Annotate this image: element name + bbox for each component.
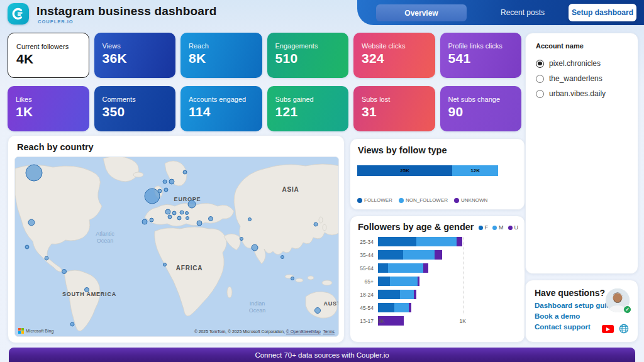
reach-bubble-24[interactable] — [209, 217, 213, 221]
followers-bars — [378, 263, 517, 273]
reach-bubble-27[interactable] — [252, 244, 258, 251]
kpi-card-current-followers[interactable]: Current followers4K — [8, 33, 89, 78]
kpi-card-accounts-engaged[interactable]: Accounts engaged114 — [180, 86, 262, 131]
reach-bubble-26[interactable] — [240, 238, 243, 241]
tab-overview[interactable]: Overview — [376, 4, 467, 21]
reach-bubble-18[interactable] — [186, 212, 189, 215]
reach-bubble-19[interactable] — [168, 215, 172, 219]
kpi-card-website-clicks[interactable]: Website clicks324 — [353, 33, 435, 78]
reach-bubble-28[interactable] — [314, 222, 318, 226]
followers-seg-u[interactable] — [423, 263, 428, 273]
legend-unknown[interactable]: UNKNOWN — [454, 197, 487, 203]
kpi-card-label: Likes — [16, 96, 81, 103]
fol-legend-m[interactable]: M — [492, 224, 504, 231]
reach-bubble-6[interactable] — [70, 322, 74, 326]
followers-seg-m[interactable] — [416, 237, 457, 246]
tab-recent-posts[interactable]: Recent posts — [482, 0, 564, 25]
followers-seg-u[interactable] — [409, 303, 411, 312]
reach-bubble-9[interactable] — [145, 189, 160, 204]
legend-follower[interactable]: FOLLOWER — [357, 197, 392, 203]
kpi-card-likes[interactable]: Likes1K — [8, 86, 89, 131]
kpi-card-comments[interactable]: Comments350 — [94, 86, 176, 131]
radio-selected-icon[interactable] — [536, 60, 544, 68]
radio-icon[interactable] — [536, 75, 544, 83]
osm-link[interactable]: © OpenStreetMap — [286, 329, 321, 334]
views-segment-follower[interactable]: 25K — [357, 165, 452, 176]
account-option-label: urban.vibes.daily — [549, 89, 606, 98]
reach-bubble-2[interactable] — [25, 245, 29, 249]
followers-seg-m[interactable] — [403, 250, 435, 260]
reach-bubble-29[interactable] — [281, 256, 284, 259]
reach-bubble-31[interactable] — [291, 277, 294, 280]
followers-seg-u[interactable] — [457, 237, 462, 246]
kpi-card-reach[interactable]: Reach8K — [180, 33, 262, 78]
reach-bubble-0[interactable] — [26, 165, 42, 181]
kpi-card-label: Comments — [103, 96, 168, 103]
kpi-card-views[interactable]: Views36K — [94, 33, 176, 78]
kpi-card-net-subs-change[interactable]: Net subs change90 — [440, 86, 522, 131]
kpi-card-value: 350 — [103, 104, 168, 119]
account-option-the-wanderlens[interactable]: the_wanderlens — [536, 71, 631, 86]
followers-seg-m[interactable] — [388, 263, 423, 273]
reach-bubble-17[interactable] — [180, 211, 184, 214]
kpi-card-engagements[interactable]: Engagements510 — [267, 33, 349, 78]
reach-bubble-15[interactable] — [165, 209, 170, 214]
followers-seg-u[interactable] — [418, 277, 419, 286]
map-label-south-america: SOUTH AMERICA — [62, 291, 116, 297]
reach-bubble-22[interactable] — [188, 200, 196, 208]
reach-bubble-16[interactable] — [172, 211, 176, 215]
reach-bubble-14[interactable] — [164, 188, 168, 192]
followers-seg-m[interactable] — [390, 277, 418, 286]
reach-bubble-3[interactable] — [45, 256, 48, 260]
reach-bubble-5[interactable] — [85, 288, 89, 292]
followers-seg-f[interactable] — [378, 290, 400, 299]
reach-bubble-10[interactable] — [158, 189, 162, 193]
reach-bubble-25[interactable] — [248, 218, 252, 221]
setup-dashboard-button[interactable]: Setup dashboard — [569, 4, 636, 21]
followers-seg-f[interactable] — [378, 237, 416, 246]
link-book-a-demo[interactable]: Book a demo — [535, 312, 580, 320]
kpi-card-profile-links-clicks[interactable]: Profile links clicks541 — [440, 33, 522, 78]
reach-bubble-1[interactable] — [28, 219, 35, 226]
legend-non-follower[interactable]: NON_FOLLOWER — [399, 197, 448, 203]
terms-link[interactable]: Terms — [323, 329, 335, 334]
kpi-card-subs-lost[interactable]: Subs lost31 — [353, 86, 435, 131]
reach-bubble-8[interactable] — [150, 218, 153, 222]
reach-bubble-20[interactable] — [177, 216, 181, 220]
reach-bubble-32[interactable] — [315, 308, 321, 314]
kpi-card-label: Views — [103, 42, 168, 50]
reach-bubble-12[interactable] — [169, 179, 174, 184]
reach-bubble-13[interactable] — [183, 170, 187, 174]
followers-seg-f[interactable] — [378, 250, 403, 260]
link-contact-support[interactable]: Contact support — [535, 323, 591, 331]
reach-bubble-30[interactable] — [164, 263, 167, 266]
followers-seg-m[interactable] — [400, 290, 414, 299]
followers-seg-f[interactable] — [378, 277, 390, 286]
link-dashboard-setup-guide[interactable]: Dashboard setup guide — [535, 302, 615, 309]
youtube-icon[interactable] — [602, 325, 614, 333]
kpi-card-subs-gained[interactable]: Subs gained121 — [267, 86, 349, 131]
followers-seg-f[interactable] — [378, 263, 388, 273]
fol-legend-f[interactable]: F — [479, 224, 489, 231]
followers-seg-m[interactable] — [394, 303, 409, 312]
followers-seg-u[interactable] — [414, 290, 417, 299]
reach-bubble-11[interactable] — [163, 180, 167, 184]
radio-icon[interactable] — [536, 90, 544, 98]
world-map[interactable]: ASIAEUROPEAFRICASOUTH AMERICAAUSTRALIAAt… — [14, 156, 339, 337]
footer-banner[interactable]: Connect 70+ data sources with Coupler.io — [9, 348, 635, 362]
bing-label: Microsoft Bing — [26, 329, 53, 333]
followers-seg-u[interactable] — [435, 250, 442, 260]
fol-legend-u[interactable]: U — [508, 224, 519, 231]
globe-icon[interactable] — [619, 324, 629, 334]
reach-bubble-7[interactable] — [142, 219, 147, 224]
followers-age-label: 18-24 — [357, 292, 374, 298]
reach-bubble-23[interactable] — [197, 221, 202, 226]
reach-bubble-21[interactable] — [186, 217, 189, 220]
followers-seg-f[interactable] — [378, 303, 394, 312]
coupler-logo-icon — [8, 3, 29, 25]
kpi-card-value: 324 — [362, 51, 427, 66]
reach-bubble-4[interactable] — [62, 270, 67, 274]
account-option-urban-vibes-daily[interactable]: urban.vibes.daily — [536, 86, 631, 101]
views-segment-non-follower[interactable]: 12K — [452, 165, 498, 176]
account-option-pixel-chronicles[interactable]: pixel.chronicles — [536, 56, 631, 71]
